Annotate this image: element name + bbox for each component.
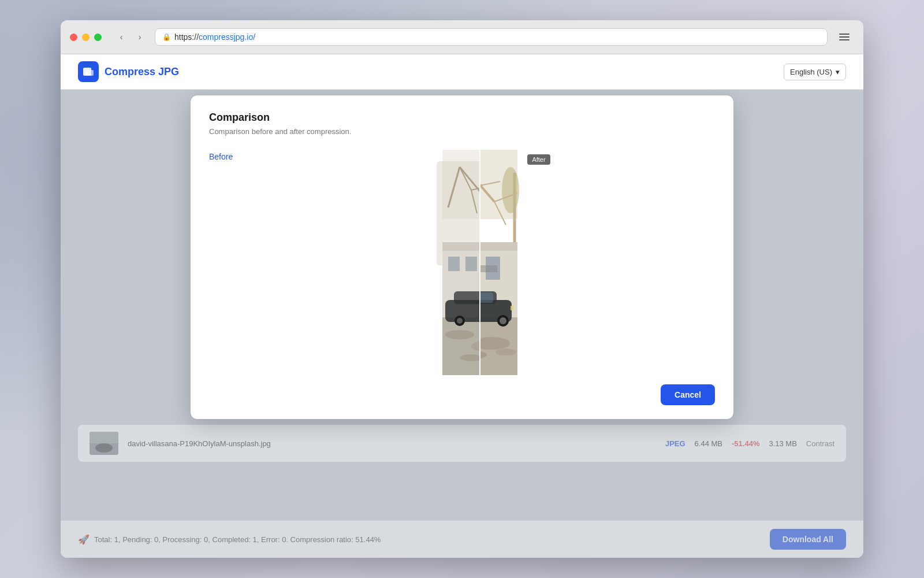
traffic-lights (70, 34, 102, 41)
svg-rect-42 (480, 242, 517, 251)
maximize-button[interactable] (94, 34, 102, 41)
comparison-container: After (244, 150, 715, 375)
image-after (480, 150, 555, 375)
menu-line-1 (839, 34, 850, 35)
chevron-down-icon: ▾ (836, 68, 840, 76)
modal-body: Before (191, 145, 733, 375)
language-selector[interactable]: English (US) ▾ (784, 64, 846, 80)
comparison-image: After (405, 150, 555, 375)
svg-rect-1 (85, 70, 94, 76)
menu-line-2 (839, 36, 850, 38)
url-domain: compressjpg.io/ (199, 32, 255, 42)
page-body: david-villasana-P19KhOIylaM-unsplash.jpg… (61, 90, 863, 558)
modal-footer: Cancel (191, 375, 733, 419)
svg-rect-51 (480, 292, 493, 303)
logo-text: Compress JPG (105, 66, 179, 78)
browser-titlebar: ‹ › 🔒 https://compressjpg.io/ (61, 20, 863, 54)
menu-line-3 (839, 39, 850, 40)
lock-icon: 🔒 (162, 33, 171, 41)
comparison-modal: Comparison Comparison before and after c… (191, 95, 733, 419)
modal-title: Comparison (209, 112, 715, 124)
svg-rect-15 (448, 257, 460, 271)
svg-point-20 (445, 330, 474, 339)
browser-menu-button[interactable] (834, 31, 854, 43)
svg-rect-16 (465, 257, 477, 271)
url-protocol: https:// (174, 32, 199, 42)
image-before (405, 150, 480, 375)
page-header: Compress JPG English (US) ▾ (61, 54, 863, 90)
svg-rect-43 (480, 265, 497, 272)
svg-point-55 (500, 317, 506, 324)
browser-window: ‹ › 🔒 https://compressjpg.io/ (61, 20, 863, 558)
svg-point-48 (495, 349, 516, 355)
svg-point-26 (457, 318, 463, 324)
svg-rect-18 (442, 242, 480, 251)
logo-icon (78, 61, 99, 82)
page-background: Compress JPG English (US) ▾ (61, 54, 863, 558)
before-label: Before (209, 150, 233, 161)
address-bar[interactable]: 🔒 https://compressjpg.io/ (155, 28, 828, 46)
modal-overlay: Comparison Comparison before and after c… (61, 90, 863, 558)
minimize-button[interactable] (82, 34, 90, 41)
cancel-button[interactable]: Cancel (661, 384, 715, 405)
nav-buttons: ‹ › (113, 29, 148, 45)
modal-subtitle: Comparison before and after compression. (209, 127, 715, 136)
browser-content: Compress JPG English (US) ▾ (61, 54, 863, 558)
comparison-divider (479, 150, 480, 375)
back-button[interactable]: ‹ (113, 29, 129, 45)
svg-rect-24 (454, 291, 480, 304)
svg-point-58 (502, 167, 519, 213)
url-text: https://compressjpg.io/ (174, 32, 255, 42)
svg-rect-56 (511, 306, 513, 310)
forward-button[interactable]: › (132, 29, 148, 45)
logo-area: Compress JPG (78, 61, 179, 82)
language-text: English (US) (790, 68, 832, 76)
close-button[interactable] (70, 34, 77, 41)
modal-header: Comparison Comparison before and after c… (191, 95, 733, 145)
after-badge: After (527, 154, 550, 165)
